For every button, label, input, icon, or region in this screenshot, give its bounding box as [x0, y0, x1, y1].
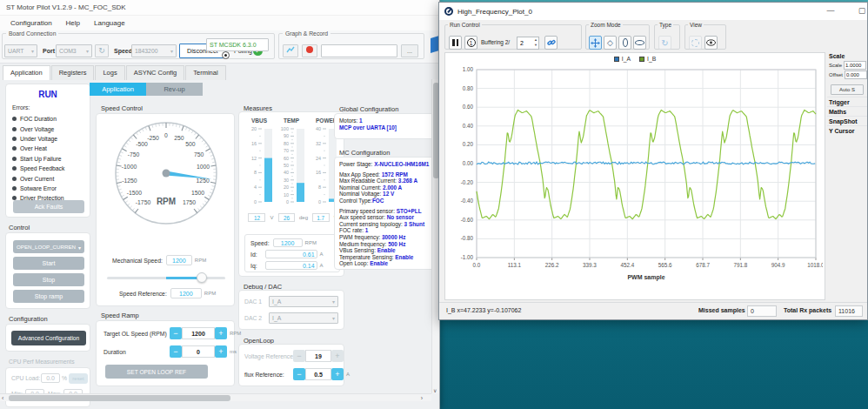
- maximize-icon[interactable]: ▢: [850, 3, 868, 20]
- cpu-load-unit: %: [62, 375, 67, 381]
- main-titlebar[interactable]: ST Motor Pilot V1.2.9 - MC_FOC_SDK: [0, 0, 439, 16]
- stop-button[interactable]: Stop: [13, 273, 84, 286]
- plus-button[interactable]: +: [215, 345, 227, 358]
- config-key: Motors:: [339, 117, 359, 124]
- chart-area[interactable]: -1.00-0.80-0.60-0.40-0.200.000.200.400.6…: [447, 64, 823, 299]
- start-button[interactable]: Start: [13, 257, 84, 270]
- interface-select[interactable]: UART▾: [4, 44, 37, 57]
- cpu-reset-button[interactable]: reset: [69, 373, 88, 384]
- config-value: Enable: [395, 254, 413, 260]
- plus-button[interactable]: +: [215, 327, 227, 339]
- refresh-ports-icon[interactable]: ↻: [95, 44, 109, 57]
- zoom-free-button[interactable]: [589, 36, 602, 50]
- graph-icon[interactable]: [283, 44, 298, 57]
- minus-button[interactable]: −: [170, 345, 182, 358]
- scroll-down-icon[interactable]: ∨: [433, 387, 437, 393]
- auto-scale-button[interactable]: Auto S: [831, 84, 864, 95]
- target-ol-speed-unit: RPM: [230, 331, 241, 336]
- browse-button[interactable]: ...: [401, 44, 418, 57]
- ack-faults-button[interactable]: Ack Faults: [13, 200, 84, 213]
- tab-async-config[interactable]: ASYNC Config: [126, 65, 185, 80]
- config-value: 1: [359, 117, 363, 124]
- svg-text:0.20: 0.20: [463, 141, 474, 147]
- port-select[interactable]: COM3▾: [56, 44, 92, 57]
- minus-button[interactable]: −: [293, 368, 305, 380]
- tab-registers[interactable]: Registers: [51, 65, 95, 80]
- hf-plot-canvas[interactable]: -1.00-0.80-0.60-0.40-0.200.000.200.400.6…: [447, 64, 823, 296]
- horizontal-scrollbar[interactable]: ‹ ›: [0, 393, 431, 401]
- error-item: Start Up Failure: [12, 154, 64, 164]
- global-configuration-card: Motors: 1MCP over UARTA [10]: [334, 113, 437, 139]
- record-button[interactable]: [302, 44, 317, 57]
- plus-button[interactable]: +: [331, 368, 344, 380]
- view-points-button[interactable]: [689, 36, 702, 50]
- link-icon: [547, 38, 556, 47]
- scale-input[interactable]: [844, 61, 866, 70]
- section-header-maths[interactable]: Maths: [827, 106, 867, 116]
- section-header-snapshot[interactable]: SnapShot: [827, 116, 867, 125]
- tab-logs[interactable]: Logs: [95, 65, 124, 80]
- duration-value[interactable]: 0: [182, 345, 215, 358]
- svg-text:0: 0: [286, 199, 289, 204]
- link-button[interactable]: [544, 36, 558, 50]
- zoom-horizontal-button[interactable]: [633, 36, 646, 50]
- tab-application[interactable]: Application: [3, 65, 50, 81]
- zoom-box-button[interactable]: ◇: [604, 36, 617, 50]
- single-shot-button[interactable]: 1: [464, 36, 477, 50]
- target-ol-speed-value[interactable]: 1200: [182, 327, 215, 339]
- flux-reference-value[interactable]: 0.5: [305, 368, 331, 380]
- vertical-ellipse-icon: [623, 38, 628, 47]
- offset-input[interactable]: [845, 70, 867, 79]
- menu-item-help[interactable]: Help: [59, 17, 87, 29]
- duration-stepper: − 0 + ms: [170, 345, 237, 358]
- pause-button[interactable]: [449, 36, 462, 50]
- tab-terminal[interactable]: Terminal: [185, 65, 225, 80]
- run-control-label: Run Control: [448, 22, 482, 28]
- scroll-left-icon[interactable]: ‹: [2, 394, 3, 402]
- menu-item-language[interactable]: Language: [87, 17, 132, 29]
- duration-unit: ms: [230, 349, 237, 354]
- legend-swatch: [639, 57, 644, 62]
- dac1-select[interactable]: I_A▾: [269, 296, 338, 307]
- advanced-configuration-button[interactable]: Advanced Configuration: [11, 331, 86, 345]
- baudrate-select[interactable]: 1843200▾: [131, 44, 177, 57]
- firmware-field[interactable]: ST MCSDK 6.3.0: [206, 38, 269, 51]
- mc-configuration-label: MC Configuration: [339, 149, 390, 157]
- buffering-spinbox[interactable]: 2 ▲▼: [517, 37, 539, 50]
- firmware-value: ST MCSDK 6.3.0: [210, 42, 257, 48]
- minimize-icon[interactable]: —: [818, 3, 843, 20]
- plot-type-button[interactable]: ↻: [658, 36, 671, 50]
- view-visibility-button[interactable]: [704, 36, 718, 50]
- configuration-card: Advanced Configuration: [5, 324, 90, 352]
- record-path-input[interactable]: [321, 44, 397, 57]
- minus-button[interactable]: −: [170, 327, 182, 339]
- dac2-select[interactable]: I_A▾: [269, 312, 338, 324]
- subtab-application[interactable]: Application: [90, 83, 146, 96]
- svg-text:678.7: 678.7: [696, 262, 710, 268]
- legend-item-i_a[interactable]: I_A: [614, 56, 631, 62]
- legend-item-i_b[interactable]: I_B: [639, 56, 656, 62]
- voltage-reference-value[interactable]: 19: [305, 350, 331, 362]
- stop-ramp-button[interactable]: Stop ramp: [13, 290, 84, 303]
- scroll-right-icon[interactable]: ›: [421, 394, 423, 402]
- speed-reference-slider[interactable]: [107, 272, 225, 283]
- plus-button[interactable]: +: [331, 350, 344, 362]
- section-header-trigger[interactable]: Trigger: [827, 97, 867, 106]
- measure-gauge-vbus: VBUS04812162012V: [246, 117, 276, 222]
- spin-arrows-icon[interactable]: ▲▼: [534, 37, 537, 48]
- subtab-revup[interactable]: Rev-up: [146, 83, 203, 96]
- svg-text:750: 750: [194, 151, 204, 158]
- config-line: Max App Speed: 1572 RPM: [339, 171, 431, 178]
- slider-knob[interactable]: [197, 272, 207, 283]
- set-open-loop-ref-button[interactable]: SET OPEN LOOP REF: [105, 365, 208, 379]
- section-header-y-cursor[interactable]: Y Cursor: [827, 125, 867, 135]
- scrollbar-thumb[interactable]: [9, 395, 230, 401]
- control-mode-select[interactable]: OPEN_LOOP_CURREN▾: [13, 240, 84, 253]
- config-value: 30000 Hz: [382, 234, 405, 240]
- zoom-vertical-button[interactable]: [618, 36, 631, 50]
- scale-section-header[interactable]: Scale: [827, 51, 867, 60]
- minus-button[interactable]: −: [293, 350, 305, 362]
- polling-radio[interactable]: [222, 51, 230, 59]
- plot-titlebar[interactable]: High_Frequency_Plot_0 — ▢: [439, 3, 867, 20]
- menu-item-configuration[interactable]: Configuration: [3, 17, 59, 29]
